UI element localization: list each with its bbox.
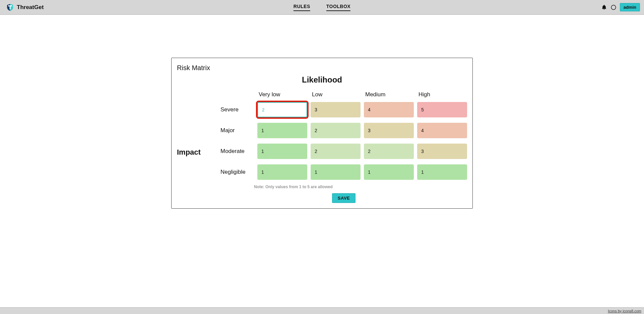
likelihood-header-high: High (417, 91, 467, 101)
matrix-row: Moderate1223 (220, 144, 467, 159)
nav-toolbox[interactable]: TOOLBOX (325, 1, 352, 14)
header-spacer (220, 91, 254, 101)
matrix-row: Major1234 (220, 123, 467, 138)
risk-cell[interactable]: 4 (417, 123, 467, 138)
likelihood-axis-title: Likelihood (177, 75, 467, 85)
user-button[interactable]: admin (620, 3, 640, 11)
top-nav: RULES TOOLBOX (292, 1, 352, 14)
app-header: ThreatGet RULES TOOLBOX admin (0, 0, 644, 15)
risk-cell[interactable]: 1 (257, 164, 307, 180)
impact-row-label: Negligible (220, 169, 254, 175)
bell-icon[interactable] (601, 4, 607, 10)
risk-cell[interactable]: 2 (311, 123, 361, 138)
logo: ThreatGet (6, 3, 44, 11)
risk-cell[interactable]: 1 (311, 164, 361, 180)
risk-cell-input[interactable]: 2 (257, 102, 307, 117)
matrix-row: Negligible1111 (220, 164, 467, 180)
risk-cell[interactable]: 3 (364, 123, 414, 138)
likelihood-header-medium: Medium (364, 91, 414, 101)
card-title: Risk Matrix (177, 64, 467, 72)
svg-point-2 (611, 5, 616, 10)
risk-cell[interactable]: 3 (417, 144, 467, 159)
risk-cell[interactable]: 1 (417, 164, 467, 180)
brand-name: ThreatGet (17, 4, 44, 11)
risk-cell[interactable]: 2 (364, 144, 414, 159)
brand-shield-icon (6, 3, 14, 11)
page-content: Risk Matrix Likelihood Impact Very low L… (0, 15, 644, 209)
nav-toolbox-label: TOOLBOX (326, 4, 350, 11)
likelihood-headers: Very low Low Medium High (220, 91, 467, 101)
matrix-rows: Severe2345Major1234Moderate1223Negligibl… (220, 102, 467, 180)
risk-cell[interactable]: 1 (257, 144, 307, 159)
risk-cell[interactable]: 5 (417, 102, 467, 117)
save-button[interactable]: SAVE (332, 193, 356, 203)
risk-cell[interactable]: 2 (311, 144, 361, 159)
risk-cell[interactable]: 3 (311, 102, 361, 117)
likelihood-header-low: Low (311, 91, 361, 101)
nav-rules[interactable]: RULES (292, 1, 312, 14)
impact-row-label: Major (220, 127, 254, 134)
header-right: admin (601, 3, 640, 11)
icons-credit-link[interactable]: Icons by icons8.com (608, 309, 641, 313)
svg-rect-1 (10, 5, 11, 9)
impact-row-label: Severe (220, 106, 254, 113)
likelihood-header-very-low: Very low (257, 91, 307, 101)
impact-row-label: Moderate (220, 148, 254, 155)
footer: Icons by icons8.com (0, 307, 644, 314)
status-circle-icon[interactable] (610, 4, 617, 10)
matrix-row: Severe2345 (220, 102, 467, 117)
impact-axis-title: Impact (177, 148, 201, 157)
risk-cell[interactable]: 4 (364, 102, 414, 117)
risk-cell[interactable]: 1 (257, 123, 307, 138)
value-range-note: Note: Only values from 1 to 5 are allowe… (254, 185, 467, 189)
nav-rules-label: RULES (294, 4, 310, 11)
risk-matrix-card: Risk Matrix Likelihood Impact Very low L… (171, 58, 473, 209)
risk-cell[interactable]: 1 (364, 164, 414, 180)
